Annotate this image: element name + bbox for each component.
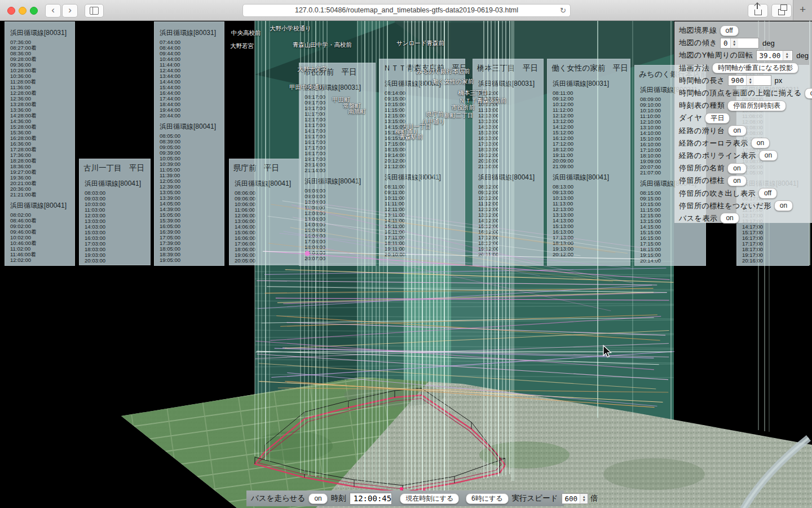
timetable-time-row: 12:02:00	[5, 257, 75, 263]
timetable-time-row: 20:10:00	[379, 252, 465, 257]
trip-line	[275, 348, 654, 358]
stop-name-title: 県庁前 平日	[229, 162, 301, 176]
trip-line	[267, 287, 667, 292]
settings-row: 時刻表の種類停留所別時刻表	[679, 99, 809, 112]
settings-label: 経路のオーロラ表示	[679, 138, 748, 148]
number-stepper[interactable]: 39.00▲▼	[756, 50, 793, 61]
stepper-arrows-icon[interactable]: ▲▼	[580, 494, 588, 503]
station-label: 南旭町	[348, 108, 366, 116]
tab-overview-button[interactable]	[771, 4, 792, 17]
stop-name-title: 働く女性の家前 平日	[547, 62, 630, 76]
trip-line	[255, 364, 674, 367]
forward-button[interactable]: ›	[62, 4, 78, 17]
route-name: 浜田循環線[80041]	[5, 198, 75, 212]
run-bus-label: バスを走らせる	[251, 493, 305, 503]
toggle-button[interactable]: on	[727, 163, 746, 174]
station-label: みちのく銀行本店前	[416, 68, 470, 76]
back-icon: ‹	[51, 5, 55, 15]
stepper-arrows-icon[interactable]: ▲▼	[783, 51, 791, 60]
clock-label: 時刻	[331, 493, 346, 503]
playback-bar: バスを走らせる on 時刻 12:00:45 現在時刻にする 6時にする 実行ス…	[246, 491, 564, 506]
trip-line	[255, 335, 674, 338]
browser-toolbar: ‹ › 127.0.0.1:50486/routemap_and_timetab…	[0, 0, 812, 21]
trip-line	[255, 276, 674, 279]
share-button[interactable]	[748, 4, 768, 17]
address-bar[interactable]: 127.0.0.1:50486/routemap_and_timetables-…	[242, 4, 571, 17]
share-icon	[754, 7, 762, 18]
number-stepper[interactable]: 0▲▼	[720, 38, 759, 49]
settings-label: 地図の傾き	[679, 38, 717, 48]
station-label: 青森駅前	[399, 133, 423, 141]
toggle-button[interactable]: off	[758, 188, 777, 199]
station-label: 青森山田中学・高校前	[293, 41, 352, 49]
set-6am-button[interactable]: 6時にする	[466, 493, 509, 504]
option-button[interactable]: 時間軸が垂直になる投影	[712, 63, 798, 73]
trip-line	[257, 281, 657, 285]
timetable-time-row: 21:12:00	[379, 164, 465, 169]
toggle-button[interactable]: on	[759, 150, 778, 161]
close-window-button[interactable]	[7, 7, 15, 15]
settings-label: 時間軸の長さ	[679, 76, 725, 86]
trip-line	[286, 322, 665, 335]
settings-row: 時間軸の長さ900▲▼px	[679, 75, 809, 87]
settings-row: バスを表示on	[679, 212, 809, 225]
zoom-window-button[interactable]	[30, 7, 38, 15]
timetable-time-row: 20:07:00	[299, 256, 376, 261]
trip-line	[259, 382, 663, 402]
speed-stepper[interactable]: 600 ▲▼	[562, 493, 589, 504]
route-name: 浜田循環線[80041]	[79, 176, 151, 190]
back-button[interactable]: ‹	[45, 4, 61, 17]
settings-row: 経路の滑り台on	[679, 125, 809, 137]
stepper-arrows-icon[interactable]: ▲▼	[730, 38, 738, 48]
trip-line	[255, 330, 674, 334]
timetable-panel: ＮＴＴ青森支店前 平日浜田循環線[80031]08:14:0009:15:001…	[379, 59, 465, 266]
trip-line	[255, 360, 674, 363]
toggle-button[interactable]: on	[727, 176, 746, 186]
minimize-window-button[interactable]	[19, 7, 27, 15]
timetable-panel: 働く女性の家前 平日浜田循環線[80031]08:11:0009:12:0010…	[547, 59, 630, 266]
url-text: 127.0.0.1:50486/routemap_and_timetables-…	[295, 6, 518, 14]
toggle-button[interactable]: off	[720, 25, 739, 36]
trip-line	[255, 320, 674, 323]
route-name: 浜田循環線[80031]	[5, 25, 75, 40]
option-button[interactable]: 平日	[705, 113, 730, 124]
number-stepper[interactable]: 900▲▼	[728, 75, 771, 86]
reload-icon[interactable]: ↻	[560, 5, 566, 16]
stop-poles	[255, 388, 505, 492]
timetable-time-row: 20:05:00	[229, 258, 301, 264]
timetable-time-row: 21:21:00着	[5, 192, 75, 198]
toggle-button[interactable]: on	[728, 125, 747, 136]
trip-line	[255, 286, 674, 290]
route-name: 浜田循環線[80041]	[229, 176, 301, 190]
settings-row: 経路のオーロラ表示on	[679, 137, 809, 150]
station-label: 大野若宮	[230, 42, 254, 50]
toggle-button[interactable]: on	[720, 213, 739, 224]
set-current-time-button[interactable]: 現在時刻にする	[400, 493, 459, 504]
trip-line	[277, 292, 654, 303]
toggle-button[interactable]: on	[751, 138, 770, 148]
station-label: 中央高校前	[231, 29, 261, 37]
river	[743, 438, 809, 508]
stepper-arrows-icon[interactable]: ▲▼	[746, 76, 754, 85]
run-bus-toggle[interactable]: on	[308, 493, 327, 504]
trip-line	[285, 381, 654, 407]
route-name: 浜田循環線[80041]	[154, 119, 224, 133]
trip-line	[264, 268, 666, 274]
toggle-button[interactable]: off	[805, 88, 812, 99]
trip-line	[262, 318, 654, 323]
sidebar-toggle-button[interactable]	[85, 4, 104, 17]
toggle-button[interactable]: on	[774, 200, 793, 211]
mouse-cursor	[602, 345, 614, 358]
route-name: 浜田循環線[80031]	[547, 76, 630, 90]
settings-row: 描画方法時間軸が垂直になる投影	[679, 62, 809, 75]
station-label: 市役所前	[451, 104, 475, 112]
settings-label: 停留所の吹き出し表示	[679, 189, 756, 199]
clock-input[interactable]: 12:00:45	[350, 493, 392, 505]
new-tab-button[interactable]: +	[793, 0, 812, 20]
trip-line	[255, 316, 674, 319]
settings-label: 時刻表の種類	[679, 100, 725, 111]
trip-line	[283, 292, 667, 304]
unit-suffix: deg	[796, 51, 809, 60]
option-button[interactable]: 停留所別時刻表	[727, 100, 786, 111]
timetable-time-row: 20:11:00	[473, 252, 544, 257]
